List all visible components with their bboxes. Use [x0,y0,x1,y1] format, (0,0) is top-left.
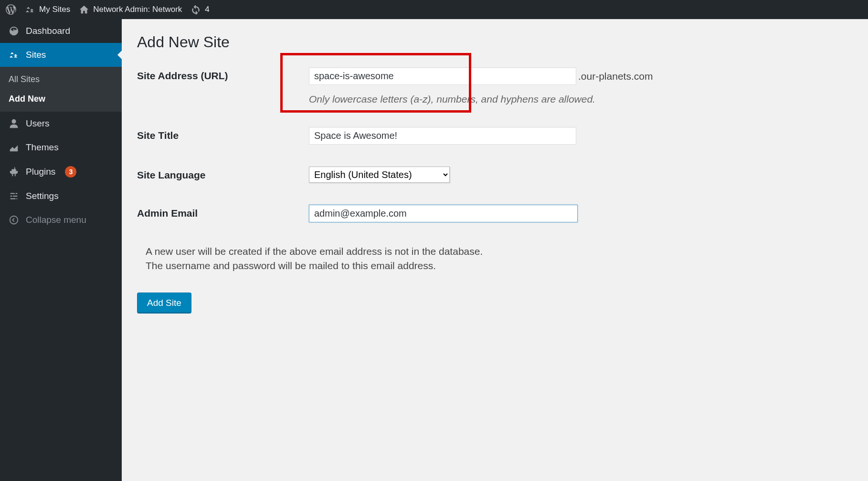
sidebar-subitem-add-new[interactable]: Add New [0,89,122,109]
site-address-input[interactable] [309,67,576,85]
multisite-icon [25,4,35,15]
updates-link[interactable]: 4 [191,4,209,15]
main-content: Add New Site Site Address (URL) .our-pla… [122,19,868,481]
dashboard-icon [9,26,19,36]
sidebar-dashboard-label: Dashboard [26,26,70,36]
row-site-title: Site Title [137,127,853,145]
label-site-title: Site Title [137,127,309,141]
notice-line-2: The username and password will be mailed… [146,260,436,271]
site-title-input[interactable] [309,127,576,145]
wp-logo[interactable] [6,4,16,15]
network-admin-link[interactable]: Network Admin: Network [79,4,182,15]
site-address-help: Only lowercase letters (a-z), numbers, a… [309,94,853,105]
notice-line-1: A new user will be created if the above … [146,246,483,257]
sidebar-collapse-menu[interactable]: Collapse menu [0,208,122,232]
network-admin-label: Network Admin: Network [93,5,182,14]
label-admin-email: Admin Email [137,205,309,219]
admin-sidebar: Dashboard Sites All Sites Add New Users … [0,19,122,481]
row-site-address: Site Address (URL) .our-planets.com Only… [137,67,853,105]
sidebar-item-users[interactable]: Users [0,112,122,136]
sidebar-subitem-all-sites[interactable]: All Sites [0,70,122,89]
row-site-language: Site Language English (United States) [137,167,853,183]
add-site-button[interactable]: Add Site [137,293,191,314]
domain-suffix: .our-planets.com [578,71,653,82]
sidebar-collapse-label: Collapse menu [26,215,86,225]
users-icon [9,118,19,129]
sidebar-item-settings[interactable]: Settings [0,184,122,208]
sidebar-item-sites[interactable]: Sites [0,43,122,67]
sidebar-settings-label: Settings [26,191,59,201]
sidebar-themes-label: Themes [26,142,59,153]
label-site-address: Site Address (URL) [137,67,309,82]
multisite-icon [9,50,19,60]
collapse-icon [9,215,19,225]
page-title: Add New Site [137,33,853,51]
sidebar-sites-submenu: All Sites Add New [0,67,122,112]
admin-email-notice: A new user will be created if the above … [146,244,853,273]
settings-icon [9,191,19,201]
admin-toolbar: My Sites Network Admin: Network 4 [0,0,868,19]
row-admin-email: Admin Email [137,205,853,222]
sidebar-item-themes[interactable]: Themes [0,136,122,159]
wordpress-icon [6,4,16,15]
sidebar-plugins-label: Plugins [26,167,55,177]
svg-point-0 [10,216,18,224]
admin-email-input[interactable] [309,205,578,222]
plugins-icon [9,167,19,177]
my-sites-link[interactable]: My Sites [25,4,70,15]
refresh-icon [191,4,201,15]
sidebar-users-label: Users [26,118,50,129]
site-language-select[interactable]: English (United States) [309,167,450,183]
sidebar-item-dashboard[interactable]: Dashboard [0,19,122,43]
themes-icon [9,142,19,153]
updates-count: 4 [205,5,209,14]
plugins-update-badge: 3 [65,166,76,178]
home-icon [79,4,89,15]
sidebar-item-plugins[interactable]: Plugins 3 [0,159,122,184]
label-site-language: Site Language [137,167,309,181]
sidebar-sites-label: Sites [26,50,46,60]
my-sites-label: My Sites [39,5,70,14]
